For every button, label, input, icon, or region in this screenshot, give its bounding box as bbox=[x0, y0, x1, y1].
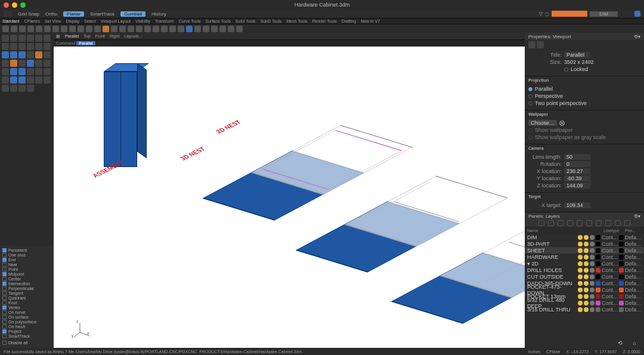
layer-row[interactable]: 3D-PARTCont…Defa… bbox=[525, 240, 644, 247]
tab-mesh[interactable]: Mesh Tools bbox=[286, 19, 307, 23]
palette-tool-icon[interactable] bbox=[10, 35, 17, 42]
choose-button[interactable]: Choose… bbox=[528, 120, 557, 126]
palette-tool-icon[interactable] bbox=[35, 35, 42, 42]
osnap-disable-all[interactable]: Disable all bbox=[2, 341, 51, 345]
bulb-icon[interactable] bbox=[584, 307, 589, 312]
print-cell[interactable]: Defa… bbox=[625, 267, 642, 273]
checkbox-icon[interactable] bbox=[2, 286, 7, 291]
tab-setview[interactable]: Set View bbox=[45, 19, 61, 23]
layer-tool-icon[interactable] bbox=[615, 220, 621, 226]
osnap-point[interactable]: Point bbox=[2, 267, 51, 271]
palette-tool-icon[interactable] bbox=[27, 43, 34, 50]
color-swatch[interactable] bbox=[596, 307, 600, 312]
prop-title-field[interactable]: Parallel bbox=[564, 52, 590, 58]
linetype-cell[interactable]: Cont… bbox=[602, 248, 618, 254]
tab-surface[interactable]: Surface Tools bbox=[206, 19, 231, 23]
color-swatch[interactable] bbox=[596, 261, 600, 266]
gridsnap-toggle[interactable]: Grid Snap bbox=[18, 11, 39, 17]
tool-icon[interactable] bbox=[11, 26, 17, 32]
palette-tool-icon[interactable] bbox=[2, 76, 9, 84]
checkbox-icon[interactable] bbox=[2, 282, 7, 286]
color-swatch[interactable] bbox=[596, 294, 600, 299]
zoom-icon[interactable] bbox=[20, 2, 26, 8]
layer-tool-icon[interactable] bbox=[624, 220, 630, 226]
palette-tool-icon[interactable] bbox=[18, 68, 26, 75]
color-swatch[interactable] bbox=[596, 248, 600, 253]
tool-icon[interactable] bbox=[44, 26, 51, 32]
tool-icon[interactable] bbox=[219, 26, 226, 32]
bulb-icon[interactable] bbox=[578, 235, 583, 240]
tool-icon[interactable] bbox=[186, 26, 193, 32]
smarttrack-toggle[interactable]: SmartTrack bbox=[90, 11, 114, 17]
tab-top[interactable]: Top bbox=[83, 34, 90, 38]
layer-row[interactable]: HARDWARECont…Defa… bbox=[525, 254, 644, 260]
palette-tool-icon[interactable] bbox=[2, 60, 9, 67]
lens-field[interactable]: 50 bbox=[564, 154, 590, 160]
radio-twopoint[interactable] bbox=[528, 101, 532, 106]
palette-tool-icon[interactable] bbox=[44, 43, 51, 50]
bulb-icon[interactable] bbox=[584, 242, 589, 246]
color-swatch[interactable] bbox=[596, 274, 600, 279]
osnap-project[interactable]: Project bbox=[2, 329, 51, 334]
palette-tool-icon[interactable] bbox=[35, 43, 42, 50]
palette-tool-icon[interactable] bbox=[2, 51, 9, 58]
tool-icon[interactable] bbox=[61, 26, 67, 32]
bulb-icon[interactable] bbox=[584, 268, 589, 273]
tool-icon[interactable] bbox=[2, 26, 9, 32]
tool-icon[interactable] bbox=[78, 26, 84, 32]
targetx-field[interactable]: 109.34 bbox=[564, 202, 590, 208]
print-swatch[interactable] bbox=[619, 294, 624, 299]
palette-tool-icon[interactable] bbox=[18, 51, 26, 58]
layer-tool-icon[interactable] bbox=[538, 220, 544, 226]
checkbox-icon[interactable] bbox=[2, 325, 7, 329]
tab-front[interactable]: Front bbox=[95, 34, 105, 38]
color-swatch[interactable] bbox=[596, 288, 600, 292]
lock-icon[interactable] bbox=[590, 248, 595, 253]
print-cell[interactable]: Defa… bbox=[625, 280, 642, 286]
osnap-on-surface[interactable]: On surface bbox=[2, 315, 51, 319]
print-swatch[interactable] bbox=[619, 235, 624, 240]
tool-icon[interactable] bbox=[27, 26, 34, 32]
camx-field[interactable]: 230.27 bbox=[564, 168, 590, 174]
bulb-icon[interactable] bbox=[584, 255, 589, 260]
osnap-perpendicular[interactable]: Perpendicular bbox=[2, 286, 51, 291]
tool-icon[interactable] bbox=[86, 26, 92, 32]
osnap-tangent[interactable]: Tangent bbox=[2, 291, 51, 295]
osnap-knot[interactable]: Knot bbox=[2, 301, 51, 305]
color-swatch[interactable] bbox=[596, 281, 600, 286]
print-swatch[interactable] bbox=[619, 248, 624, 253]
tool-icon[interactable] bbox=[36, 26, 42, 32]
bulb-icon[interactable] bbox=[584, 288, 589, 292]
layer-tool-icon[interactable] bbox=[577, 220, 583, 226]
tool-icon[interactable] bbox=[136, 26, 143, 32]
tool-icon[interactable] bbox=[69, 26, 76, 32]
minimize-icon[interactable] bbox=[12, 2, 17, 8]
bulb-icon[interactable] bbox=[584, 248, 589, 253]
tool-icon[interactable] bbox=[203, 26, 209, 32]
print-cell[interactable]: Defa… bbox=[625, 300, 642, 306]
print-swatch[interactable] bbox=[619, 242, 624, 246]
osnap-on-mesh[interactable]: On mesh bbox=[2, 325, 51, 329]
palette-tool-icon[interactable] bbox=[44, 51, 51, 58]
checkbox-icon[interactable] bbox=[2, 258, 7, 262]
palette-tool-icon[interactable] bbox=[18, 35, 26, 42]
locked-checkbox[interactable] bbox=[564, 67, 568, 72]
layer-row[interactable]: 5/32 DRILL 480 DEEPCont…Defa… bbox=[525, 300, 644, 306]
checkbox-icon[interactable] bbox=[2, 301, 7, 305]
ortho-toggle[interactable]: Ortho bbox=[45, 11, 57, 17]
bulb-icon[interactable] bbox=[584, 281, 589, 286]
layer-row[interactable]: SHEETCont…Defa… bbox=[525, 247, 644, 254]
bulb-icon[interactable] bbox=[584, 261, 589, 266]
lock-icon[interactable] bbox=[590, 235, 595, 240]
camy-field[interactable]: -60.39 bbox=[564, 175, 590, 181]
linetype-cell[interactable]: Cont… bbox=[602, 280, 618, 286]
clear-icon[interactable]: ⨂ bbox=[559, 120, 565, 126]
bulb-icon[interactable] bbox=[584, 235, 589, 240]
palette-tool-icon[interactable] bbox=[35, 68, 42, 75]
palette-tool-icon[interactable] bbox=[27, 60, 34, 67]
print-cell[interactable]: Defa… bbox=[625, 307, 642, 313]
palette-tool-icon[interactable] bbox=[2, 68, 9, 75]
color-swatch[interactable] bbox=[596, 268, 600, 273]
tab-render[interactable]: Render Tools bbox=[312, 19, 337, 23]
print-cell[interactable]: Defa… bbox=[625, 241, 642, 247]
